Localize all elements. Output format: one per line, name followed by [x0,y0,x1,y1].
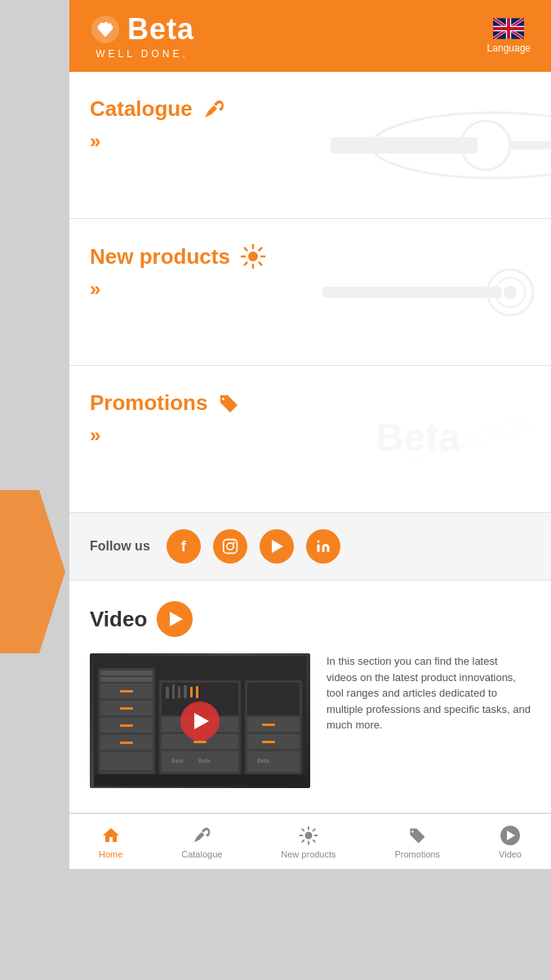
video-section: Video [69,581,551,813]
svg-rect-43 [178,686,180,698]
nav-item-promotions[interactable]: Promotions [386,822,448,862]
catalogue-content: Catalogue » [69,72,551,169]
svg-rect-46 [196,686,198,698]
svg-point-25 [317,541,319,543]
nav-label-new-products: New products [281,849,335,859]
new-products-section: New products » [69,219,551,366]
play-triangle-overlay [194,713,209,729]
play-triangle [170,612,183,626]
svg-rect-28 [100,670,153,675]
new-products-title: New products [90,243,531,270]
svg-rect-38 [120,742,133,744]
svg-line-17 [259,248,261,251]
nav-label-video: Video [499,849,522,859]
svg-rect-44 [184,685,187,698]
bottom-navigation: Home Catalogue New products [69,813,551,869]
svg-rect-41 [166,687,169,698]
svg-rect-36 [120,707,133,710]
svg-rect-22 [223,540,237,554]
video-play-overlay[interactable] [180,702,220,741]
logo-text: Beta [127,12,194,47]
follow-us-section: Follow us f [69,513,551,581]
promotions-title-text: Promotions [90,390,207,416]
follow-us-label: Follow us [90,539,150,554]
svg-text:Beta: Beta [257,758,269,764]
svg-rect-55 [247,683,300,715]
catalogue-arrow[interactable]: » [90,130,531,153]
nav-label-home: Home [99,849,122,859]
video-title: Video [90,601,531,637]
facebook-icon[interactable]: f [167,529,201,564]
video-content: Beta Beta Beta [90,653,531,788]
svg-rect-29 [100,677,153,682]
svg-line-70 [313,829,315,831]
video-title-text: Video [90,607,147,632]
svg-rect-42 [172,684,175,699]
nav-item-video[interactable]: Video [491,822,530,862]
catalogue-title-text: Catalogue [90,96,193,122]
bg-orange-left [0,490,65,653]
video-description: In this section you can find the latest … [327,653,531,788]
svg-point-24 [233,541,235,544]
sun-icon [240,243,266,270]
instagram-icon[interactable] [213,529,247,564]
svg-point-63 [304,832,312,840]
main-container: Beta WELL DONE. Language Ca [69,0,551,869]
svg-rect-37 [120,724,133,727]
language-label: Language [487,42,531,54]
language-button[interactable]: Language [487,18,531,54]
new-products-content: New products » [69,219,551,317]
new-products-nav-icon [299,826,318,845]
svg-text:Beta: Beta [171,758,184,764]
svg-rect-45 [190,687,193,697]
svg-line-71 [302,840,304,842]
svg-rect-35 [120,690,133,693]
new-products-title-text: New products [90,244,230,270]
youtube-icon[interactable] [260,529,294,564]
promotions-nav-icon [407,826,427,845]
svg-rect-62 [94,774,306,786]
svg-point-23 [227,543,233,550]
svg-line-69 [313,840,315,842]
new-products-arrow[interactable]: » [90,278,531,301]
home-nav-icon [101,826,121,845]
svg-line-18 [245,263,247,265]
video-play-button-title[interactable] [157,601,193,637]
nav-item-home[interactable]: Home [91,822,131,862]
header: Beta WELL DONE. Language [69,0,551,72]
promotions-title: Promotions [90,390,531,416]
svg-point-10 [248,252,258,261]
wrench-icon [202,98,225,121]
svg-text:Beta: Beta [198,758,211,764]
svg-rect-34 [100,752,153,770]
video-thumbnail[interactable]: Beta Beta Beta [90,653,310,788]
uk-flag-icon [493,18,524,39]
nav-item-new-products[interactable]: New products [273,822,344,862]
logo-beta: Beta [90,12,194,47]
svg-rect-58 [247,751,300,772]
catalogue-nav-icon [192,826,211,845]
svg-line-15 [245,248,247,251]
svg-rect-60 [262,741,275,743]
catalogue-section: Catalogue » [69,72,551,219]
nav-label-catalogue: Catalogue [181,849,222,859]
logo-tagline: WELL DONE. [96,48,189,60]
catalogue-title: Catalogue [90,96,531,122]
promotions-arrow[interactable]: » [90,424,531,447]
svg-rect-51 [193,741,207,743]
svg-line-16 [259,263,261,265]
svg-line-68 [302,829,304,831]
nav-item-catalogue[interactable]: Catalogue [173,822,230,862]
promotions-section: Beta Promotions » [69,366,551,513]
logo-container: Beta WELL DONE. [90,12,194,60]
video-nav-icon [500,826,520,845]
beta-logo-icon [90,14,121,45]
linkedin-icon[interactable] [306,529,340,564]
svg-rect-59 [262,724,275,726]
nav-label-promotions: Promotions [394,849,440,859]
promotions-content: Promotions » [69,366,551,463]
tag-icon [217,392,240,415]
